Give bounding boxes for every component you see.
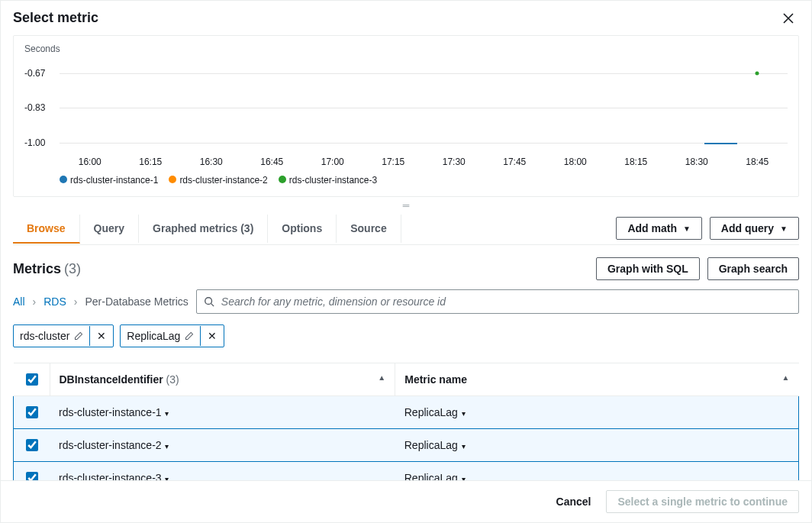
xtick: 18:00 xyxy=(545,157,606,167)
add-query-label: Add query xyxy=(721,222,774,234)
xtick: 16:30 xyxy=(181,157,242,167)
ytick: -0.83 xyxy=(24,102,45,113)
breadcrumb-rds[interactable]: RDS xyxy=(44,295,66,308)
chevron-down-icon: ▾ xyxy=(459,409,466,418)
chevron-down-icon: ▾ xyxy=(459,475,466,480)
column-header-label: DBInstanceIdentifier xyxy=(60,373,163,386)
instance-cell[interactable]: rds-cluster-instance-3 xyxy=(59,472,162,480)
legend-label: rds-cluster-instance-3 xyxy=(289,175,377,186)
chart-ylabel: Seconds xyxy=(24,44,788,54)
column-header-label: Metric name xyxy=(404,373,467,386)
legend-label: rds-cluster-instance-1 xyxy=(70,175,158,186)
table-row[interactable]: rds-cluster-instance-3 ▾ ReplicaLag ▾ xyxy=(14,462,799,481)
chevron-right-icon: › xyxy=(33,295,37,308)
xtick: 17:45 xyxy=(485,157,546,167)
metrics-heading: Metrics (3) xyxy=(13,261,81,277)
metric-cell[interactable]: ReplicaLag xyxy=(404,406,458,418)
filter-chip-remove-icon[interactable]: ✕ xyxy=(200,326,224,346)
close-icon[interactable] xyxy=(778,11,799,25)
tabs: Browse Query Graphed metrics (3) Options… xyxy=(13,215,616,243)
svg-point-0 xyxy=(205,298,212,305)
chevron-down-icon: ▾ xyxy=(163,442,169,450)
legend-item[interactable]: rds-cluster-instance-2 xyxy=(169,175,267,186)
chart-panel: Seconds -0.67 -0.83 -1.00 16:00 16:15 16… xyxy=(13,35,799,197)
xtick: 17:15 xyxy=(363,157,424,167)
metric-search-input[interactable] xyxy=(196,289,799,314)
metrics-count: (3) xyxy=(64,261,81,276)
breadcrumb-all[interactable]: All xyxy=(13,295,25,308)
tab-graphed-metrics[interactable]: Graphed metrics (3) xyxy=(139,215,268,243)
resize-handle-icon[interactable]: ═ xyxy=(13,200,799,211)
legend-swatch xyxy=(279,176,286,183)
filter-chip-label[interactable]: rds-cluster xyxy=(14,325,89,347)
instance-cell[interactable]: rds-cluster-instance-2 xyxy=(59,439,162,451)
legend-item[interactable]: rds-cluster-instance-3 xyxy=(279,175,377,186)
instance-cell[interactable]: rds-cluster-instance-1 xyxy=(59,406,162,418)
edit-icon xyxy=(185,331,194,341)
select-all-checkbox[interactable] xyxy=(26,373,38,386)
xtick: 18:45 xyxy=(727,157,788,167)
series-1-segment xyxy=(704,143,737,144)
metric-cell[interactable]: ReplicaLag xyxy=(404,439,458,451)
xtick: 16:15 xyxy=(121,157,182,167)
row-checkbox[interactable] xyxy=(26,439,38,451)
add-math-button[interactable]: Add math▼ xyxy=(616,217,701,240)
chevron-down-icon: ▾ xyxy=(163,475,169,480)
search-icon xyxy=(204,296,214,307)
legend-item[interactable]: rds-cluster-instance-1 xyxy=(60,175,158,186)
legend-swatch xyxy=(60,176,67,183)
xtick: 16:00 xyxy=(60,157,121,167)
metrics-title: Metrics xyxy=(13,261,61,276)
xtick: 17:00 xyxy=(302,157,363,167)
chart-xaxis: 16:00 16:15 16:30 16:45 17:00 17:15 17:3… xyxy=(60,157,788,167)
chevron-down-icon: ▼ xyxy=(683,224,691,233)
filter-chip-text: rds-cluster xyxy=(20,330,69,342)
continue-button: Select a single metric to continue xyxy=(606,490,799,513)
chevron-down-icon: ▾ xyxy=(163,409,169,418)
svg-line-1 xyxy=(211,304,214,307)
filter-chip-label[interactable]: ReplicaLag xyxy=(121,325,200,347)
gridline xyxy=(60,73,788,74)
filter-chip-remove-icon[interactable]: ✕ xyxy=(89,326,113,346)
metric-cell[interactable]: ReplicaLag xyxy=(404,472,458,480)
chevron-down-icon: ▼ xyxy=(780,224,788,233)
add-query-button[interactable]: Add query▼ xyxy=(710,217,799,240)
add-math-label: Add math xyxy=(627,222,677,234)
table-row[interactable]: rds-cluster-instance-1 ▾ ReplicaLag ▾ xyxy=(14,396,799,429)
tab-browse[interactable]: Browse xyxy=(13,215,80,244)
table-row[interactable]: rds-cluster-instance-2 ▾ ReplicaLag ▾ xyxy=(14,429,799,462)
legend-label: rds-cluster-instance-2 xyxy=(179,175,267,186)
xtick: 18:30 xyxy=(666,157,727,167)
gridline xyxy=(60,143,788,144)
tab-source[interactable]: Source xyxy=(337,215,401,243)
tab-options[interactable]: Options xyxy=(268,215,337,243)
xtick: 18:15 xyxy=(606,157,667,167)
breadcrumb-current: Per-Database Metrics xyxy=(85,295,188,308)
chevron-right-icon: › xyxy=(74,295,78,308)
xtick: 17:30 xyxy=(424,157,485,167)
filter-chip-text: ReplicaLag xyxy=(127,330,180,342)
metrics-table: DBInstanceIdentifier (3) Metric name rds… xyxy=(13,363,799,480)
column-header-instance[interactable]: DBInstanceIdentifier (3) xyxy=(50,363,395,396)
filter-chip: rds-cluster ✕ xyxy=(13,324,114,347)
graph-with-sql-button[interactable]: Graph with SQL xyxy=(596,257,700,280)
chart-legend: rds-cluster-instance-1 rds-cluster-insta… xyxy=(60,175,788,186)
legend-swatch xyxy=(169,176,176,183)
graph-search-button[interactable]: Graph search xyxy=(707,257,799,280)
row-checkbox[interactable] xyxy=(26,406,38,418)
chevron-down-icon: ▾ xyxy=(459,442,466,450)
xtick: 16:45 xyxy=(242,157,303,167)
edit-icon xyxy=(74,331,83,341)
chart-plot[interactable]: -0.67 -0.83 -1.00 xyxy=(24,60,788,152)
series-3-point xyxy=(755,71,759,75)
column-header-count: (3) xyxy=(166,373,179,386)
modal-title: Select metric xyxy=(13,10,98,26)
filter-chip: ReplicaLag ✕ xyxy=(120,324,224,347)
row-checkbox[interactable] xyxy=(26,472,38,480)
column-header-metric[interactable]: Metric name xyxy=(395,363,799,396)
tab-query[interactable]: Query xyxy=(80,215,139,243)
ytick: -1.00 xyxy=(24,137,45,148)
gridline xyxy=(60,108,788,108)
cancel-button[interactable]: Cancel xyxy=(552,495,596,508)
ytick: -0.67 xyxy=(24,68,45,79)
